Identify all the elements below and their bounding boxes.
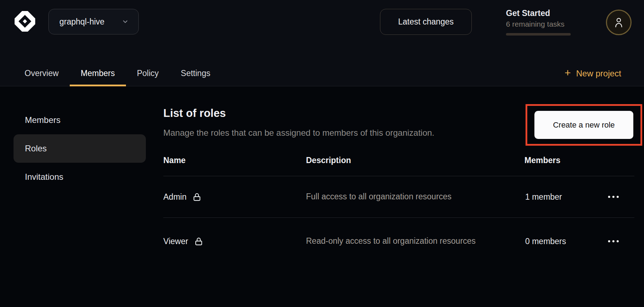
create-new-role-button[interactable]: Create a new role bbox=[534, 111, 633, 139]
chevron-down-icon bbox=[121, 18, 129, 26]
user-avatar[interactable] bbox=[606, 10, 632, 35]
column-header-members: Members bbox=[524, 156, 607, 176]
column-header-name: Name bbox=[163, 156, 306, 176]
table-row: Admin Full access to all organization re… bbox=[163, 176, 634, 218]
members-sidebar: Members Roles Invitations bbox=[14, 106, 146, 191]
tab-overview[interactable]: Overview bbox=[14, 60, 70, 86]
sidebar-item-invitations[interactable]: Invitations bbox=[14, 163, 146, 191]
page-title: List of roles bbox=[163, 107, 226, 120]
role-description: Full access to all organization resource… bbox=[306, 190, 486, 204]
get-started-progress-bar bbox=[506, 33, 571, 36]
role-members-count: 1 member bbox=[524, 192, 607, 202]
table-header-row: Name Description Members bbox=[163, 156, 634, 176]
row-menu-button[interactable] bbox=[607, 194, 619, 200]
role-name: Admin bbox=[163, 192, 186, 202]
org-selector[interactable]: graphql-hive bbox=[48, 9, 139, 34]
role-description: Read-only access to all organization res… bbox=[306, 234, 486, 248]
column-header-actions bbox=[607, 156, 634, 176]
column-header-description: Description bbox=[306, 156, 524, 176]
latest-changes-button[interactable]: Latest changes bbox=[380, 9, 472, 35]
row-menu-button[interactable] bbox=[607, 238, 619, 244]
user-icon bbox=[613, 16, 625, 28]
tab-policy[interactable]: Policy bbox=[126, 60, 170, 86]
table-row: Viewer Read-only access to all organizat… bbox=[163, 218, 634, 265]
roles-table: Name Description Members Admin Full acce… bbox=[163, 156, 634, 265]
tab-settings[interactable]: Settings bbox=[170, 60, 221, 86]
sidebar-item-roles[interactable]: Roles bbox=[14, 134, 146, 163]
plus-icon: + bbox=[565, 68, 571, 78]
get-started-title: Get Started bbox=[506, 9, 571, 18]
page-subtitle: Manage the roles that can be assigned to… bbox=[163, 128, 434, 138]
lock-icon bbox=[192, 192, 202, 202]
role-members-count: 0 members bbox=[524, 237, 607, 246]
lock-icon bbox=[194, 236, 204, 247]
org-selector-label: graphql-hive bbox=[59, 17, 105, 27]
role-name-cell: Viewer bbox=[163, 236, 306, 247]
get-started-subtitle: 6 remaining tasks bbox=[506, 20, 571, 28]
new-project-label: New project bbox=[576, 69, 621, 79]
role-name: Viewer bbox=[163, 237, 188, 246]
get-started-widget[interactable]: Get Started 6 remaining tasks bbox=[506, 9, 571, 36]
org-tabs: Overview Members Policy Settings bbox=[14, 60, 221, 86]
hive-logo-icon[interactable] bbox=[14, 10, 36, 33]
app-root: graphql-hive Latest changes Get Started … bbox=[0, 0, 644, 307]
ellipsis-icon bbox=[608, 240, 619, 242]
sidebar-item-members[interactable]: Members bbox=[14, 106, 146, 134]
role-name-cell: Admin bbox=[163, 192, 306, 202]
tab-members[interactable]: Members bbox=[70, 60, 126, 86]
ellipsis-icon bbox=[608, 196, 619, 198]
new-project-button[interactable]: + New project bbox=[565, 60, 621, 86]
annotation-highlight-box: Create a new role bbox=[526, 104, 642, 146]
top-bar: graphql-hive Latest changes Get Started … bbox=[0, 0, 644, 86]
